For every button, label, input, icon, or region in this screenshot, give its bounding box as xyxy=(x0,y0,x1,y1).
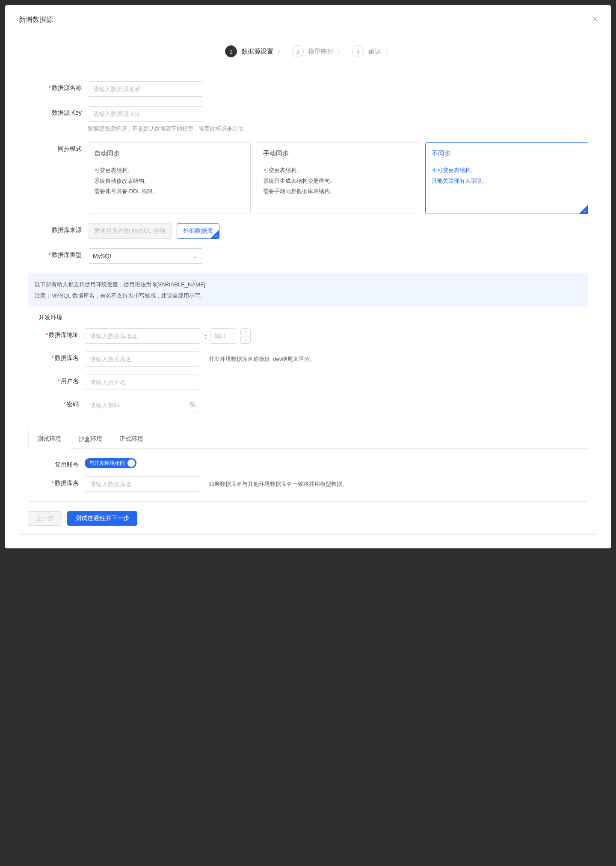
env-db-name-input[interactable] xyxy=(85,476,200,492)
db-name-input[interactable] xyxy=(85,351,200,367)
colon-separator: : xyxy=(204,333,206,340)
db-type-value: MySQL xyxy=(93,253,113,259)
step-3-label: 确认 xyxy=(368,48,381,56)
modal-content: 1 数据源设置 〉 2 模型映射 〉 3 确认 〉 数据源名称 数据 xyxy=(19,33,597,535)
sync-card-desc: 不可变更表结构。 只能关联现有表字段。 xyxy=(432,165,582,186)
test-and-next-button[interactable]: 测试连通性并下一步 xyxy=(67,511,137,526)
chevron-up-icon[interactable]: ⌃ xyxy=(241,329,250,336)
dev-env-legend: 开发环境 xyxy=(35,314,66,321)
db-host-input[interactable] xyxy=(85,328,200,344)
add-datasource-modal: 新增数据源 1 数据源设置 〉 2 模型映射 〉 3 确认 〉 数据源名称 xyxy=(5,5,611,548)
step-1-label: 数据源设置 xyxy=(241,48,273,56)
db-source-external-label: 外部数据库 xyxy=(183,227,213,234)
step-1-num: 1 xyxy=(225,45,237,57)
eye-off-icon[interactable] xyxy=(189,402,196,410)
db-password-label: 密码 xyxy=(35,398,85,408)
steps-nav: 1 数据源设置 〉 2 模型映射 〉 3 确认 〉 xyxy=(28,45,588,57)
sync-card-desc: 可变更表结构。 系统只生成表结构变更语句。 需要手动同步数据库表结构。 xyxy=(263,165,413,197)
chevron-down-icon: ⌄ xyxy=(192,253,198,259)
reuse-account-switch[interactable]: 与开发环境相同 xyxy=(85,458,136,468)
close-icon[interactable] xyxy=(591,15,599,23)
sync-card-title: 手动同步 xyxy=(263,149,413,158)
check-icon xyxy=(210,230,219,238)
step-1: 1 数据源设置 〉 xyxy=(225,45,283,57)
info-line-1: 以下所有输入都支持使用环境变量，使用语法为 ${VARIABLE_NAME} xyxy=(35,279,581,290)
db-host-label: 数据库地址 xyxy=(35,328,85,339)
port-stepper[interactable]: ⌃ ⌄ xyxy=(240,328,251,344)
ds-key-input[interactable] xyxy=(88,106,203,122)
modal-title: 新增数据源 xyxy=(19,15,597,24)
env-db-name-label: 数据库名 xyxy=(35,476,85,487)
prev-button: 上一步 xyxy=(28,511,62,526)
db-port-input[interactable]: 端口 xyxy=(210,328,236,344)
ds-name-label: 数据源名称 xyxy=(28,81,88,92)
switch-handle xyxy=(127,459,135,467)
switch-label: 与开发环境相同 xyxy=(89,460,125,467)
sync-card-title: 自动同步 xyxy=(94,149,244,158)
db-source-label: 数据库来源 xyxy=(28,223,88,234)
ds-key-label: 数据源 Key xyxy=(28,106,88,117)
tab-sandbox-env[interactable]: 沙盒环境 xyxy=(70,430,111,448)
sync-card-auto[interactable]: 自动同步 可变更表结构。 系统自动修改表结构。 需要账号具备 DDL 权限。 xyxy=(88,142,251,214)
step-2-num: 2 xyxy=(292,45,304,57)
dev-env-fieldset: 开发环境 数据库地址 : 端口 ⌃ ⌄ 数据库名 开发环境数据库名称最好 xyxy=(28,318,588,420)
chevron-down-icon[interactable]: ⌄ xyxy=(241,336,250,344)
info-box: 以下所有输入都支持使用环境变量，使用语法为 ${VARIABLE_NAME} 注… xyxy=(28,273,588,307)
db-password-input[interactable] xyxy=(85,398,200,413)
db-name-help: 开发环境数据库名称最好_dev结尾来区分。 xyxy=(209,355,315,363)
step-3: 3 确认 〉 xyxy=(352,45,391,57)
sync-card-manual[interactable]: 手动同步 可变更表结构。 系统只生成表结构变更语句。 需要手动同步数据库表结构。 xyxy=(257,142,420,214)
sync-card-title: 不同步 xyxy=(432,149,582,158)
db-source-internal: 爱速搭所在的 MySQL 实例 xyxy=(88,223,172,239)
env-db-name-help: 如果数据库名与其他环境数据库名一致将共用模型数据。 xyxy=(209,480,348,488)
db-type-label: 数据库类型 xyxy=(28,248,88,259)
chevron-right-icon: 〉 xyxy=(278,48,283,55)
tab-test-env[interactable]: 测试环境 xyxy=(28,430,70,449)
chevron-right-icon: 〉 xyxy=(338,48,344,55)
env-tabs: 测试环境 沙盒环境 正式环境 复用账号 与开发环境相同 数据库名 如果数据库名与 xyxy=(28,430,588,502)
sync-card-none[interactable]: 不同步 不可变更表结构。 只能关联现有表字段。 xyxy=(425,142,588,214)
check-icon xyxy=(579,205,588,214)
reuse-account-label: 复用账号 xyxy=(35,458,85,469)
step-2: 2 模型映射 〉 xyxy=(292,45,344,57)
db-user-label: 用户名 xyxy=(35,375,85,385)
ds-name-input[interactable] xyxy=(88,81,203,97)
db-type-select[interactable]: MySQL ⌄ xyxy=(88,248,203,264)
db-source-external[interactable]: 外部数据库 xyxy=(177,223,219,239)
db-name-label: 数据库名 xyxy=(35,351,85,362)
info-line-2: 注意：MYSQL 数据库名，表名不支持大小写敏感，建议全部用小写。 xyxy=(35,290,581,301)
sync-mode-label: 同步模式 xyxy=(28,142,88,153)
chevron-right-icon: 〉 xyxy=(385,48,391,55)
sync-card-desc: 可变更表结构。 系统自动修改表结构。 需要账号具备 DDL 权限。 xyxy=(94,165,244,197)
ds-key-help: 数据源资源标识，不是默认数据源下的模型，需要此标识来定位。 xyxy=(88,125,588,133)
step-3-num: 3 xyxy=(352,45,364,57)
tab-prod-env[interactable]: 正式环境 xyxy=(111,430,152,448)
step-2-label: 模型映射 xyxy=(308,48,334,56)
db-user-input[interactable] xyxy=(85,375,200,390)
